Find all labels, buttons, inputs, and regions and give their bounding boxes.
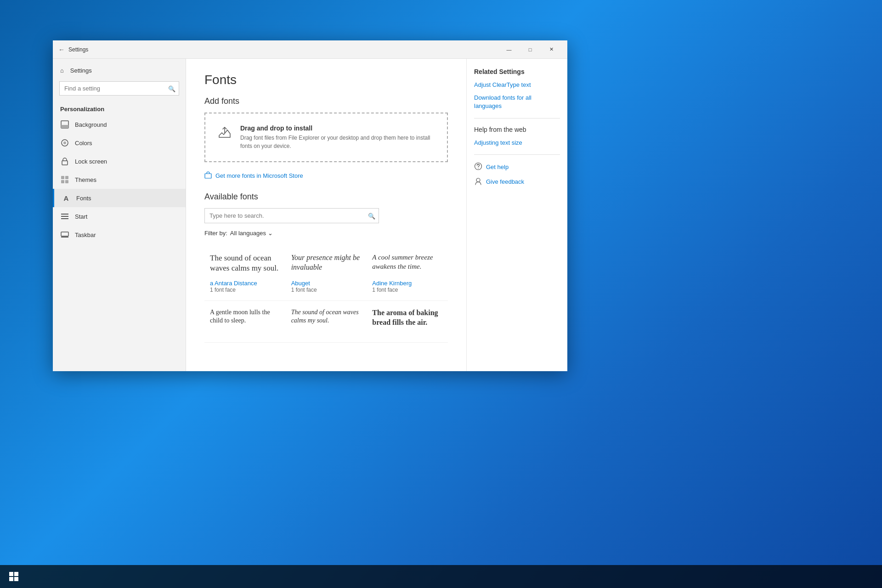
search-icon: 🔍 bbox=[168, 85, 175, 92]
sidebar-back-button[interactable]: ⌂ Background Settings bbox=[53, 63, 186, 78]
filter-label: Filter by: bbox=[204, 230, 227, 237]
drop-text: Drag and drop to install Drag font files… bbox=[240, 124, 436, 150]
themes-label: Themes bbox=[75, 176, 96, 183]
fonts-search-input[interactable] bbox=[204, 208, 379, 223]
related-settings-title: Related Settings bbox=[474, 68, 560, 75]
right-panel: Related Settings Adjust ClearType text D… bbox=[466, 59, 567, 371]
font-name-adine: Adine Kirnberg bbox=[372, 280, 442, 287]
available-fonts-title: Available fonts bbox=[204, 192, 448, 202]
font-preview-row2-2: The sound of ocean waves calms my soul. bbox=[291, 308, 362, 331]
sidebar-item-lock-screen[interactable]: Lock screen bbox=[53, 152, 186, 170]
font-faces-antara: 1 font face bbox=[210, 287, 280, 293]
get-help-action[interactable]: Get help bbox=[474, 162, 560, 172]
titlebar-title: Settings bbox=[68, 46, 88, 53]
sidebar: ⌂ Background Settings 🔍 Personalization … bbox=[53, 59, 186, 371]
font-preview-adine: A cool summer breeze awakens the time. bbox=[372, 253, 442, 276]
svg-rect-6 bbox=[65, 176, 68, 179]
back-arrow-icon[interactable]: ← bbox=[58, 46, 65, 53]
sidebar-search-container: 🔍 bbox=[59, 81, 179, 96]
sidebar-item-background[interactable]: Background bbox=[53, 115, 186, 134]
taskbar-label: Taskbar bbox=[75, 232, 96, 238]
sidebar-item-colors[interactable]: Colors bbox=[53, 134, 186, 152]
font-card-abuget[interactable]: Your presence might be invaluable Abuget… bbox=[286, 246, 367, 301]
give-feedback-action[interactable]: Give feedback bbox=[474, 177, 560, 187]
background-label: Background bbox=[75, 121, 107, 128]
give-feedback-icon bbox=[474, 177, 482, 187]
font-card-antara[interactable]: The sound of ocean waves calms my soul. … bbox=[204, 246, 286, 301]
right-divider-1 bbox=[474, 118, 560, 119]
svg-rect-21 bbox=[14, 577, 18, 581]
svg-rect-20 bbox=[9, 577, 13, 581]
font-preview-antara: The sound of ocean waves calms my soul. bbox=[210, 253, 280, 276]
font-preview-row2-3: The aroma of baking bread fills the air. bbox=[372, 308, 442, 331]
svg-point-17 bbox=[476, 178, 480, 182]
filter-row: Filter by: All languages ⌄ bbox=[204, 230, 448, 237]
fonts-search-icon: 🔍 bbox=[368, 212, 375, 219]
get-help-icon bbox=[474, 162, 482, 172]
taskbar bbox=[0, 565, 882, 588]
font-name-abuget: Abuget bbox=[291, 280, 362, 287]
titlebar-left: ← Settings bbox=[58, 46, 88, 53]
filter-dropdown[interactable]: All languages ⌄ bbox=[230, 230, 273, 237]
svg-point-3 bbox=[63, 141, 66, 144]
fonts-label: Fonts bbox=[76, 195, 91, 202]
font-preview-row2-1: A gentle moon lulls the child to sleep. bbox=[210, 308, 280, 331]
add-fonts-title: Add fonts bbox=[204, 96, 448, 106]
font-card-adine[interactable]: A cool summer breeze awakens the time. A… bbox=[367, 246, 448, 301]
get-more-fonts-text: Get more fonts in Microsoft Store bbox=[215, 172, 303, 179]
svg-rect-10 bbox=[61, 216, 68, 217]
adjust-cleartype-link[interactable]: Adjust ClearType text bbox=[474, 81, 560, 89]
fonts-grid: The sound of ocean waves calms my soul. … bbox=[204, 246, 448, 343]
colors-icon bbox=[60, 138, 69, 147]
fonts-icon: A bbox=[62, 193, 71, 203]
search-input[interactable] bbox=[59, 81, 179, 96]
svg-rect-5 bbox=[61, 176, 64, 179]
start-button[interactable] bbox=[5, 567, 23, 586]
main-content: Fonts Add fonts Drag and drop to install… bbox=[186, 59, 466, 371]
close-button[interactable]: ✕ bbox=[541, 42, 562, 57]
font-faces-abuget: 1 font face bbox=[291, 287, 362, 293]
font-card-row2-1[interactable]: A gentle moon lulls the child to sleep. bbox=[204, 301, 286, 343]
sidebar-item-taskbar[interactable]: Taskbar bbox=[53, 226, 186, 244]
back-icon: ⌂ bbox=[60, 67, 64, 74]
give-feedback-text: Give feedback bbox=[486, 178, 524, 185]
taskbar-icon bbox=[60, 230, 69, 239]
font-name-antara: a Antara Distance bbox=[210, 280, 280, 287]
svg-rect-18 bbox=[9, 572, 13, 576]
help-web-title: Help from the web bbox=[474, 126, 560, 133]
font-faces-adine: 1 font face bbox=[372, 287, 442, 293]
get-more-fonts-link[interactable]: Get more fonts in Microsoft Store bbox=[204, 171, 448, 180]
sidebar-item-themes[interactable]: Themes bbox=[53, 170, 186, 189]
minimize-button[interactable]: — bbox=[498, 42, 520, 57]
svg-rect-14 bbox=[205, 174, 211, 178]
sidebar-item-start[interactable]: Start bbox=[53, 207, 186, 226]
drop-zone[interactable]: Drag and drop to install Drag font files… bbox=[204, 113, 448, 162]
fonts-search-container: 🔍 bbox=[204, 208, 379, 223]
adjusting-text-size-link[interactable]: Adjusting text size bbox=[474, 139, 560, 147]
font-preview-abuget: Your presence might be invaluable bbox=[291, 253, 362, 276]
background-icon bbox=[60, 120, 69, 129]
sidebar-item-fonts[interactable]: A Fonts bbox=[53, 189, 186, 207]
maximize-button[interactable]: □ bbox=[520, 42, 541, 57]
drop-zone-title: Drag and drop to install bbox=[240, 124, 436, 132]
svg-rect-7 bbox=[61, 180, 64, 183]
page-title: Fonts bbox=[204, 73, 448, 87]
colors-label: Colors bbox=[75, 140, 92, 147]
start-label: Start bbox=[75, 213, 87, 220]
chevron-down-icon: ⌄ bbox=[268, 230, 273, 237]
svg-rect-4 bbox=[62, 161, 68, 165]
svg-rect-9 bbox=[61, 214, 68, 215]
svg-rect-11 bbox=[61, 218, 68, 219]
titlebar: ← Settings — □ ✕ bbox=[53, 40, 567, 59]
lock-screen-label: Lock screen bbox=[75, 158, 107, 165]
svg-rect-1 bbox=[61, 125, 68, 128]
download-fonts-link[interactable]: Download fonts for all languages bbox=[474, 94, 560, 110]
sidebar-section-label: Personalization bbox=[53, 103, 186, 115]
font-card-row2-3[interactable]: The aroma of baking bread fills the air. bbox=[367, 301, 448, 343]
font-card-row2-2[interactable]: The sound of ocean waves calms my soul. bbox=[286, 301, 367, 343]
filter-value: All languages bbox=[230, 230, 266, 237]
themes-icon bbox=[60, 175, 69, 184]
right-divider-2 bbox=[474, 154, 560, 155]
store-icon bbox=[204, 171, 212, 180]
svg-rect-12 bbox=[61, 232, 68, 236]
